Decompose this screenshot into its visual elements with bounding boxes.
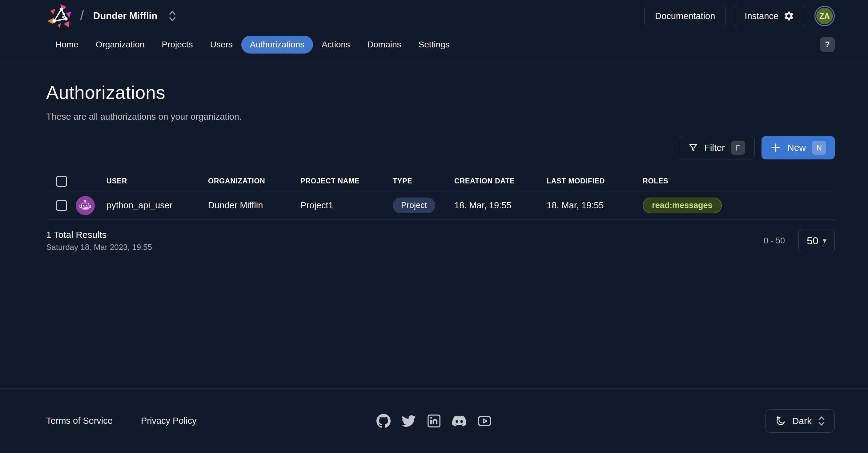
plus-icon — [770, 142, 781, 153]
instance-label: Instance — [745, 11, 778, 21]
zitadel-logo-icon[interactable] — [46, 2, 73, 30]
filter-label: Filter — [704, 142, 725, 153]
documentation-button[interactable]: Documentation — [644, 5, 726, 27]
github-icon[interactable] — [376, 414, 391, 428]
youtube-icon[interactable] — [477, 414, 492, 428]
privacy-link[interactable]: Privacy Policy — [141, 416, 197, 426]
cell-last-modified: 18. Mar, 19:55 — [547, 200, 643, 211]
col-roles: ROLES — [643, 177, 835, 185]
breadcrumb-slash: / — [80, 7, 84, 24]
terms-link[interactable]: Terms of Service — [46, 416, 113, 426]
social-icons — [376, 414, 492, 428]
filter-shortcut-badge: F — [731, 141, 745, 155]
twitter-icon[interactable] — [402, 414, 416, 428]
linkedin-icon[interactable] — [427, 414, 441, 428]
nav-item-actions[interactable]: Actions — [313, 36, 359, 54]
nav-item-authorizations[interactable]: Authorizations — [241, 36, 313, 54]
pagination-range: 0 - 50 — [764, 236, 785, 246]
new-label: New — [787, 142, 806, 153]
new-button[interactable]: New N — [762, 136, 835, 159]
cell-user: python_api_user — [106, 200, 208, 211]
nav-item-users[interactable]: Users — [202, 36, 241, 54]
avatar-initials: ZA — [819, 12, 830, 21]
instance-button[interactable]: Instance — [734, 5, 805, 27]
robot-avatar-icon — [76, 196, 95, 215]
nav-item-organization[interactable]: Organization — [87, 36, 153, 54]
gear-icon — [783, 10, 795, 22]
nav-item-settings[interactable]: Settings — [410, 36, 458, 54]
nav-item-projects[interactable]: Projects — [153, 36, 201, 54]
type-badge: Project — [393, 198, 435, 213]
col-creation-date: CREATION DATE — [454, 177, 547, 185]
help-button[interactable]: ? — [820, 37, 835, 52]
page-size-select[interactable]: 50 ▾ — [799, 229, 835, 252]
filter-icon — [688, 143, 698, 153]
cell-creation-date: 18. Mar, 19:55 — [454, 200, 547, 211]
table-header-row: USER ORGANIZATION PROJECT NAME TYPE CREA… — [46, 171, 835, 191]
cell-organization: Dunder Mifflin — [208, 200, 301, 211]
new-shortcut-badge: N — [812, 141, 826, 155]
user-avatar[interactable]: ZA — [814, 6, 835, 26]
main-content: Authorizations These are all authorizati… — [0, 82, 868, 252]
discord-icon[interactable] — [452, 414, 466, 428]
theme-label: Dark — [792, 416, 812, 426]
documentation-label: Documentation — [655, 11, 715, 21]
col-type: TYPE — [393, 177, 454, 185]
nav-item-home[interactable]: Home — [47, 36, 87, 54]
theme-updown-chevron-icon — [817, 415, 826, 427]
results-timestamp: Saturday 18. Mar 2023, 19:55 — [46, 242, 152, 252]
row-checkbox[interactable] — [56, 200, 67, 211]
top-bar: / Dunder Mifflin Documentation Instance … — [0, 0, 868, 32]
col-project-name: PROJECT NAME — [301, 177, 393, 185]
col-last-modified: LAST MODIFIED — [547, 177, 643, 185]
page-footer: Terms of Service Privacy Policy — [0, 388, 868, 453]
cell-project-name: Project1 — [301, 200, 393, 211]
dropdown-caret-icon: ▾ — [823, 236, 827, 245]
page-subtitle: These are all authorizations on your org… — [46, 112, 835, 122]
col-organization: ORGANIZATION — [208, 177, 301, 185]
filter-button[interactable]: Filter F — [679, 136, 755, 159]
nav-item-domains[interactable]: Domains — [359, 36, 410, 54]
select-all-checkbox[interactable] — [56, 176, 67, 187]
org-switcher-icon[interactable] — [168, 9, 177, 23]
page-title: Authorizations — [46, 82, 835, 103]
org-name: Dunder Mifflin — [93, 10, 157, 22]
moon-icon — [774, 415, 787, 427]
authorizations-table: USER ORGANIZATION PROJECT NAME TYPE CREA… — [46, 171, 835, 220]
role-badge: read:messages — [643, 198, 722, 213]
page-size-value: 50 — [807, 235, 818, 247]
total-results: 1 Total Results — [46, 230, 152, 240]
theme-select[interactable]: Dark — [766, 409, 835, 433]
results-bar: 1 Total Results Saturday 18. Mar 2023, 1… — [46, 229, 835, 252]
table-row[interactable]: python_api_user Dunder Mifflin Project1 … — [46, 191, 835, 220]
main-nav: Home Organization Projects Users Authori… — [0, 32, 868, 57]
table-toolbar: Filter F New N — [46, 136, 835, 159]
col-user: USER — [106, 177, 208, 185]
